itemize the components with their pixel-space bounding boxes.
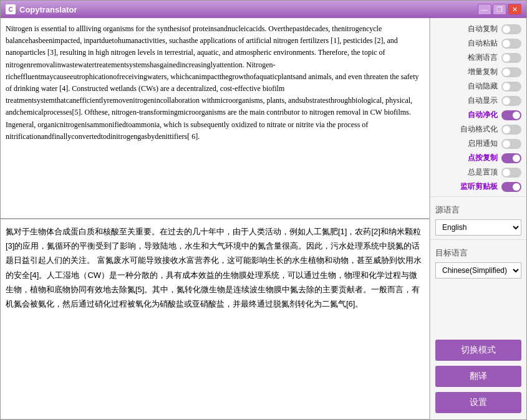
toggle-click-copy[interactable] xyxy=(501,153,521,163)
toggle-list: 自动复制自动粘贴检测语言增量复制自动隐藏自动显示自动净化自动格式化启用通知点按复… xyxy=(430,22,526,194)
toggle-auto-format[interactable] xyxy=(501,125,521,135)
source-lang-label: 源语言 xyxy=(430,199,526,218)
toggle-row-auto-show: 自动显示 xyxy=(430,93,526,108)
app-icon: C xyxy=(6,4,16,14)
divider-2 xyxy=(430,239,526,240)
target-lang-select[interactable]: Chinese(Simplified)EnglishJapaneseFrench… xyxy=(435,262,521,279)
close-button[interactable]: ✕ xyxy=(508,4,521,15)
right-panel: 自动复制自动粘贴检测语言增量复制自动隐藏自动显示自动净化自动格式化启用通知点按复… xyxy=(430,18,526,419)
translate-button[interactable]: 翻译 xyxy=(435,366,521,387)
toggle-auto-copy[interactable] xyxy=(501,24,521,34)
target-lang-label: 目标语言 xyxy=(430,242,526,261)
toggle-label-detect-lang: 检测语言 xyxy=(468,52,498,63)
toggle-label-incremental-copy: 增量复制 xyxy=(468,67,498,77)
toggle-row-listen-clipboard: 监听剪贴板 xyxy=(430,179,526,194)
main-window: C Copytranslator — ❐ ✕ Nitrogen is essen… xyxy=(0,0,527,420)
toggle-row-auto-paste: 自动粘贴 xyxy=(430,36,526,50)
toggle-detect-lang[interactable] xyxy=(501,53,521,63)
toggle-auto-hide[interactable] xyxy=(501,82,521,92)
toggle-label-auto-paste: 自动粘贴 xyxy=(468,38,498,49)
toggle-row-enable-notify: 启用通知 xyxy=(430,136,526,151)
restore-button[interactable]: ❐ xyxy=(493,4,506,15)
toggle-always-top[interactable] xyxy=(501,168,521,178)
toggle-row-auto-hide: 自动隐藏 xyxy=(430,79,526,93)
divider-1 xyxy=(430,196,526,197)
app-title: Copytranslator xyxy=(19,5,77,14)
toggle-label-auto-show: 自动显示 xyxy=(468,95,498,106)
toggle-listen-clipboard[interactable] xyxy=(501,182,521,192)
text-area: Nitrogen is essential to allliving organ… xyxy=(1,18,430,419)
toggle-row-incremental-copy: 增量复制 xyxy=(430,65,526,79)
toggle-label-always-top: 总是置顶 xyxy=(468,167,498,178)
switch-mode-button[interactable]: 切换模式 xyxy=(435,340,521,361)
toggle-row-auto-purify: 自动净化 xyxy=(430,108,526,122)
minimize-button[interactable]: — xyxy=(478,4,491,15)
toggle-row-auto-copy: 自动复制 xyxy=(430,22,526,36)
toggle-label-auto-copy: 自动复制 xyxy=(468,24,498,34)
toggle-label-enable-notify: 启用通知 xyxy=(468,138,498,149)
title-bar: C Copytranslator — ❐ ✕ xyxy=(1,1,526,18)
toggle-label-click-copy: 点按复制 xyxy=(468,153,498,163)
toggle-auto-show[interactable] xyxy=(501,96,521,106)
toggle-label-auto-purify: 自动净化 xyxy=(468,110,498,120)
toggle-row-detect-lang: 检测语言 xyxy=(430,50,526,65)
english-text-pane[interactable]: Nitrogen is essential to allliving organ… xyxy=(1,18,430,219)
toggle-row-auto-format: 自动格式化 xyxy=(430,122,526,136)
source-lang-select[interactable]: EnglishChineseJapaneseFrenchGermanAuto xyxy=(435,219,521,236)
toggle-label-listen-clipboard: 监听剪贴板 xyxy=(460,181,498,192)
settings-button[interactable]: 设置 xyxy=(435,392,521,413)
chinese-text-pane[interactable]: 氮对于生物体合成蛋白质和核酸至关重要。在过去的几十年中，由于人类活动，例如人工氮… xyxy=(1,219,430,420)
toggle-row-always-top: 总是置顶 xyxy=(430,165,526,179)
toggle-label-auto-format: 自动格式化 xyxy=(460,124,498,135)
toggle-auto-paste[interactable] xyxy=(501,39,521,49)
content-area: Nitrogen is essential to allliving organ… xyxy=(1,18,526,419)
toggle-label-auto-hide: 自动隐藏 xyxy=(468,81,498,92)
toggle-enable-notify[interactable] xyxy=(501,139,521,149)
toggle-incremental-copy[interactable] xyxy=(501,67,521,77)
window-controls: — ❐ ✕ xyxy=(478,4,521,15)
toggle-row-click-copy: 点按复制 xyxy=(430,151,526,165)
toggle-auto-purify[interactable] xyxy=(501,110,521,120)
